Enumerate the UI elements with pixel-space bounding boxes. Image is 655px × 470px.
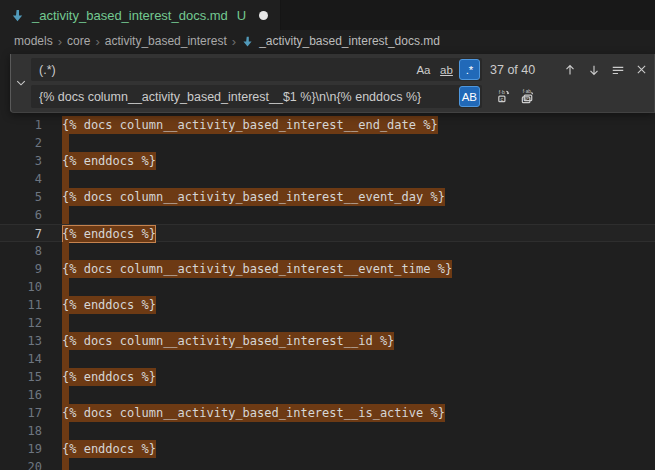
code-text[interactable] <box>46 170 655 188</box>
line-number: 16 <box>0 386 46 404</box>
tab-active-file[interactable]: _activity_based_interest_docs.md U <box>0 0 281 30</box>
git-status-badge: U <box>237 8 246 23</box>
match-highlight: {% enddocs %} <box>62 152 156 170</box>
line-number: 5 <box>0 188 46 206</box>
find-input-wrap: Aa ab .* <box>31 58 482 81</box>
code-text[interactable]: {% docs column__activity_based_interest_… <box>46 188 655 206</box>
code-text[interactable] <box>46 314 655 332</box>
replace-input[interactable] <box>31 85 482 108</box>
code-text[interactable]: {% docs column__activity_based_interest_… <box>46 260 655 278</box>
editor-line[interactable]: 10 <box>0 278 655 296</box>
toggle-replace-button[interactable] <box>11 58 31 108</box>
empty-match-highlight <box>62 350 69 368</box>
empty-match-highlight <box>62 314 69 332</box>
regex-toggle[interactable]: .* <box>459 59 480 80</box>
line-number: 15 <box>0 368 46 386</box>
line-number: 2 <box>0 134 46 152</box>
whole-word-toggle[interactable]: ab <box>436 59 457 80</box>
line-number: 17 <box>0 404 46 422</box>
empty-match-highlight <box>62 134 69 152</box>
chevron-down-icon <box>15 77 27 89</box>
match-case-toggle[interactable]: Aa <box>413 59 434 80</box>
find-in-selection-button[interactable] <box>607 59 628 80</box>
code-text[interactable]: {% docs column__activity_based_interest_… <box>46 116 655 134</box>
code-text[interactable] <box>46 278 655 296</box>
line-number: 13 <box>0 332 46 350</box>
breadcrumb-separator: › <box>58 34 62 49</box>
editor-line[interactable]: 1{% docs column__activity_based_interest… <box>0 116 655 134</box>
code-text[interactable] <box>46 134 655 152</box>
editor-line[interactable]: 7{% enddocs %} <box>0 224 655 242</box>
replace-actions: f·b c f·ab ac <box>490 86 538 107</box>
match-highlight: {% enddocs %} <box>62 368 156 386</box>
line-number: 10 <box>0 278 46 296</box>
find-previous-button[interactable] <box>559 59 580 80</box>
editor-line[interactable]: 4 <box>0 170 655 188</box>
replace-input-wrap: AB <box>31 85 482 108</box>
line-number: 1 <box>0 116 46 134</box>
breadcrumb-item-models[interactable]: models <box>14 34 53 48</box>
close-find-button[interactable] <box>631 59 652 80</box>
line-number: 18 <box>0 422 46 440</box>
editor-line[interactable]: 16 <box>0 386 655 404</box>
breadcrumb-file-name: _activity_based_interest_docs.md <box>259 34 440 48</box>
code-text[interactable]: {% enddocs %} <box>46 440 655 458</box>
editor-lines: 1{% docs column__activity_based_interest… <box>0 116 655 470</box>
editor-line[interactable]: 2 <box>0 134 655 152</box>
code-text[interactable]: {% enddocs %} <box>46 368 655 386</box>
empty-match-highlight <box>62 170 69 188</box>
find-widget: Aa ab .* 37 of 40 <box>10 54 655 113</box>
editor-line[interactable]: 13{% docs column__activity_based_interes… <box>0 332 655 350</box>
replace-button[interactable]: f·b c <box>493 86 514 107</box>
code-text[interactable] <box>46 458 655 470</box>
editor-line[interactable]: 12 <box>0 314 655 332</box>
code-text[interactable]: {% enddocs %} <box>46 152 655 170</box>
code-text[interactable] <box>46 350 655 368</box>
find-results-count: 37 of 40 <box>490 63 556 77</box>
editor-line[interactable]: 6 <box>0 206 655 224</box>
code-text[interactable]: {% enddocs %} <box>46 225 655 241</box>
line-number: 12 <box>0 314 46 332</box>
editor-line[interactable]: 9{% docs column__activity_based_interest… <box>0 260 655 278</box>
code-text[interactable]: {% docs column__activity_based_interest_… <box>46 332 655 350</box>
editor-line[interactable]: 11{% enddocs %} <box>0 296 655 314</box>
modified-dot-icon[interactable] <box>259 11 268 20</box>
line-number: 11 <box>0 296 46 314</box>
code-text[interactable] <box>46 206 655 224</box>
markdown-icon <box>10 8 25 23</box>
editor-line[interactable]: 20 <box>0 458 655 470</box>
editor-line[interactable]: 19{% enddocs %} <box>0 440 655 458</box>
empty-match-highlight <box>62 278 69 296</box>
editor-line[interactable]: 15{% enddocs %} <box>0 368 655 386</box>
replace-all-button[interactable]: f·ab ac <box>517 86 538 107</box>
editor-line[interactable]: 18 <box>0 422 655 440</box>
editor-line[interactable]: 14 <box>0 350 655 368</box>
breadcrumb-item-activity-based-interest[interactable]: activity_based_interest <box>105 34 227 48</box>
arrow-up-icon <box>563 63 577 77</box>
code-text[interactable]: {% docs column__activity_based_interest_… <box>46 404 655 422</box>
breadcrumb: models › core › activity_based_interest … <box>0 30 655 52</box>
code-text[interactable] <box>46 422 655 440</box>
code-text[interactable] <box>46 386 655 404</box>
breadcrumb-item-file[interactable]: _activity_based_interest_docs.md <box>241 34 440 48</box>
editor-line[interactable]: 8 <box>0 242 655 260</box>
match-highlight: {% docs column__activity_based_interest_… <box>62 332 394 350</box>
preserve-case-toggle[interactable]: AB <box>459 86 480 107</box>
code-text[interactable] <box>46 242 655 260</box>
editor-line[interactable]: 3{% enddocs %} <box>0 152 655 170</box>
line-number: 3 <box>0 152 46 170</box>
match-highlight: {% docs column__activity_based_interest_… <box>62 116 438 134</box>
breadcrumb-item-core[interactable]: core <box>67 34 90 48</box>
breadcrumb-separator: › <box>232 34 236 49</box>
vscode-window: _activity_based_interest_docs.md U model… <box>0 0 655 470</box>
find-next-button[interactable] <box>583 59 604 80</box>
empty-match-highlight <box>62 458 69 470</box>
line-number: 7 <box>0 225 46 241</box>
svg-text:c: c <box>501 96 504 102</box>
code-text[interactable]: {% enddocs %} <box>46 296 655 314</box>
empty-match-highlight <box>62 386 69 404</box>
editor-line[interactable]: 5{% docs column__activity_based_interest… <box>0 188 655 206</box>
svg-text:ac: ac <box>524 97 530 102</box>
editor-line[interactable]: 17{% docs column__activity_based_interes… <box>0 404 655 422</box>
current-match-highlight: {% enddocs %} <box>62 225 156 243</box>
